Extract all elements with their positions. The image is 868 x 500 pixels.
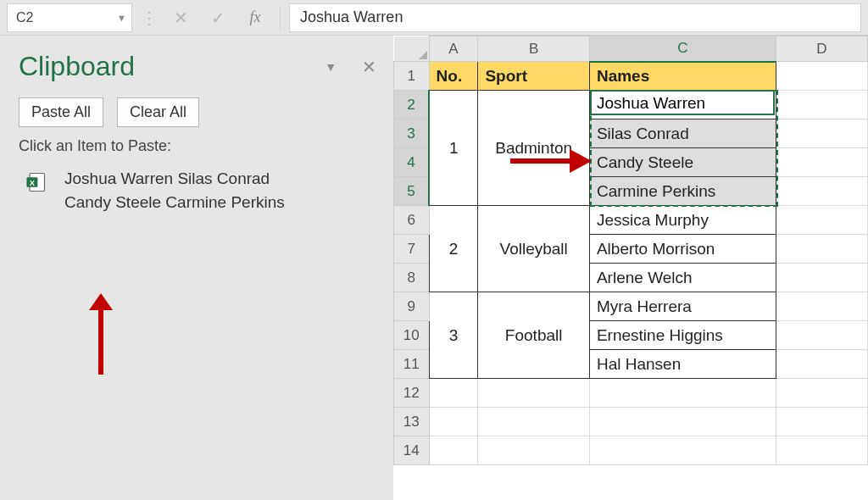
empty-cell[interactable] bbox=[776, 264, 867, 292]
row-header[interactable]: 7 bbox=[394, 235, 430, 264]
cell-name[interactable]: Carmine Perkins bbox=[589, 177, 776, 206]
cell-name[interactable]: Myra Herrera bbox=[589, 292, 776, 321]
clipboard-buttons: Paste All Clear All bbox=[19, 97, 376, 127]
empty-cell[interactable] bbox=[429, 379, 478, 408]
row-header[interactable]: 5 bbox=[394, 177, 430, 206]
enter-icon[interactable]: ✓ bbox=[202, 3, 234, 32]
cell-no[interactable]: 3 bbox=[429, 292, 478, 379]
row-header[interactable]: 2 bbox=[394, 91, 430, 119]
row-header[interactable]: 10 bbox=[394, 321, 430, 350]
empty-cell[interactable] bbox=[776, 148, 867, 177]
header-cell-no[interactable]: No. bbox=[429, 62, 478, 91]
chevron-down-icon[interactable]: ▼ bbox=[117, 13, 126, 23]
pane-options-icon[interactable]: ▼ bbox=[325, 60, 337, 74]
clear-all-button[interactable]: Clear All bbox=[117, 97, 199, 127]
header-cell-names[interactable]: Names bbox=[589, 62, 776, 91]
clipboard-header: Clipboard ▼ ✕ bbox=[19, 51, 376, 82]
empty-cell[interactable] bbox=[776, 408, 867, 436]
cell-no[interactable]: 1 bbox=[429, 91, 478, 206]
clipboard-prompt: Click an Item to Paste: bbox=[19, 137, 376, 155]
fx-icon[interactable]: fx bbox=[239, 3, 271, 32]
formula-bar: C2 ▼ ⋮ ✕ ✓ fx Joshua Warren bbox=[0, 0, 868, 36]
cell-name[interactable]: Alberto Morrison bbox=[589, 235, 776, 264]
separator bbox=[280, 5, 281, 31]
row-header[interactable]: 3 bbox=[394, 119, 430, 148]
svg-text:X: X bbox=[30, 179, 36, 187]
excel-file-icon: X bbox=[24, 170, 47, 194]
cell-name[interactable]: Joshua Warren bbox=[589, 91, 776, 119]
empty-cell[interactable] bbox=[478, 379, 590, 408]
formula-input[interactable]: Joshua Warren bbox=[289, 3, 861, 32]
row-header[interactable]: 6 bbox=[394, 206, 430, 235]
cell-sport[interactable]: Volleyball bbox=[478, 206, 590, 292]
clipboard-title: Clipboard bbox=[19, 51, 135, 82]
cell-name[interactable]: Candy Steele bbox=[589, 148, 776, 177]
cell-name[interactable]: Jessica Murphy bbox=[589, 206, 776, 235]
clipboard-header-controls: ▼ ✕ bbox=[325, 57, 376, 77]
formula-value: Joshua Warren bbox=[300, 8, 403, 26]
cell-name[interactable]: Silas Conrad bbox=[589, 119, 776, 148]
cell-name[interactable]: Hal Hansen bbox=[589, 350, 776, 379]
empty-cell[interactable] bbox=[776, 62, 867, 91]
row-header[interactable]: 14 bbox=[394, 436, 430, 465]
spreadsheet-grid[interactable]: A B C D 1 No. Sport Names 2 1 Badminton … bbox=[393, 36, 868, 500]
annotation-arrow-right-icon bbox=[504, 144, 597, 178]
drag-handle-icon: ⋮ bbox=[137, 8, 159, 28]
cancel-icon[interactable]: ✕ bbox=[164, 3, 197, 32]
empty-cell[interactable] bbox=[589, 436, 776, 465]
worksheet-table: A B C D 1 No. Sport Names 2 1 Badminton … bbox=[393, 36, 868, 465]
clipboard-item-text: Joshua Warren Silas Conrad Candy Steele … bbox=[64, 167, 319, 214]
row-header[interactable]: 1 bbox=[394, 62, 430, 91]
cell-name[interactable]: Arlene Welch bbox=[589, 264, 776, 292]
clipboard-item[interactable]: X Joshua Warren Silas Conrad Candy Steel… bbox=[19, 167, 376, 214]
empty-cell[interactable] bbox=[776, 292, 867, 321]
empty-cell[interactable] bbox=[776, 119, 867, 148]
row-header[interactable]: 12 bbox=[394, 379, 430, 408]
row-header[interactable]: 4 bbox=[394, 148, 430, 177]
empty-cell[interactable] bbox=[776, 436, 867, 465]
empty-cell[interactable] bbox=[589, 379, 776, 408]
empty-cell[interactable] bbox=[429, 436, 478, 465]
empty-cell[interactable] bbox=[776, 235, 867, 264]
column-header-c[interactable]: C bbox=[589, 36, 776, 62]
header-cell-sport[interactable]: Sport bbox=[478, 62, 590, 91]
main-area: Clipboard ▼ ✕ Paste All Clear All Click … bbox=[0, 36, 868, 500]
empty-cell[interactable] bbox=[478, 436, 590, 465]
name-box[interactable]: C2 ▼ bbox=[7, 3, 132, 32]
empty-cell[interactable] bbox=[776, 206, 867, 235]
cell-name[interactable]: Ernestine Higgins bbox=[589, 321, 776, 350]
close-icon[interactable]: ✕ bbox=[362, 57, 376, 77]
cell-no[interactable]: 2 bbox=[429, 206, 478, 292]
row-header[interactable]: 11 bbox=[394, 350, 430, 379]
annotation-arrow-up-icon bbox=[81, 290, 121, 383]
empty-cell[interactable] bbox=[478, 408, 590, 436]
empty-cell[interactable] bbox=[776, 350, 867, 379]
empty-cell[interactable] bbox=[776, 177, 867, 206]
column-header-d[interactable]: D bbox=[776, 36, 867, 62]
empty-cell[interactable] bbox=[776, 321, 867, 350]
paste-all-button[interactable]: Paste All bbox=[19, 97, 103, 127]
empty-cell[interactable] bbox=[776, 379, 867, 408]
clipboard-pane: Clipboard ▼ ✕ Paste All Clear All Click … bbox=[0, 36, 393, 500]
cell-sport[interactable]: Football bbox=[478, 292, 590, 379]
select-all-corner[interactable] bbox=[394, 36, 430, 62]
empty-cell[interactable] bbox=[589, 408, 776, 436]
row-header[interactable]: 13 bbox=[394, 408, 430, 436]
column-header-a[interactable]: A bbox=[429, 36, 478, 62]
name-box-value: C2 bbox=[16, 10, 33, 25]
row-header[interactable]: 8 bbox=[394, 264, 430, 292]
row-header[interactable]: 9 bbox=[394, 292, 430, 321]
empty-cell[interactable] bbox=[776, 91, 867, 119]
column-header-b[interactable]: B bbox=[478, 36, 590, 62]
empty-cell[interactable] bbox=[429, 408, 478, 436]
